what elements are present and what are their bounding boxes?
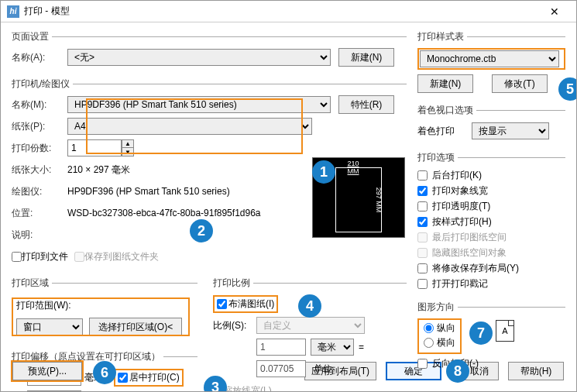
vp-legend: 着色视口选项 — [417, 104, 476, 117]
opt-last-label: 最后打印图纸空间 — [432, 231, 507, 244]
preview-button[interactable]: 预览(P)... — [12, 362, 82, 380]
reverse-checkbox[interactable] — [417, 359, 428, 369]
portrait-label: 纵向 — [437, 322, 455, 335]
opt-bg-label: 后台打印(K) — [432, 169, 482, 182]
vp-group: 着色视口选项 着色打印 按显示 — [417, 104, 565, 146]
window-title: 打印 - 模型 — [24, 5, 539, 18]
opt-bg-checkbox[interactable] — [417, 170, 428, 181]
page-setup-group: 页面设置 名称(A): <无> 新建(N) — [12, 30, 407, 73]
orient-group: 图形方向 纵向 横向 7 A 反向打印(-) — [417, 301, 565, 376]
portrait-radio[interactable] — [424, 323, 434, 333]
highlight-box-1 — [86, 98, 303, 154]
highlight-box-orient: 纵向 横向 — [417, 318, 462, 354]
factor-input — [256, 360, 306, 377]
vp-label: 着色打印 — [417, 125, 472, 138]
save-layout-label: 保存到图纸文件夹 — [84, 250, 159, 263]
preview-height-label: 297 MM — [376, 187, 383, 213]
plotter-value: HP9DF396 (HP Smart Tank 510 series) — [67, 186, 230, 197]
print-to-file-label: 打印到文件 — [22, 250, 68, 263]
opt-lw-checkbox[interactable] — [417, 186, 428, 196]
printer-props-button[interactable]: 特性(R) — [338, 95, 394, 114]
options-group: 打印选项 后台打印(K) 打印对象线宽 打印透明度(T) 按样式打印(H) 最后… — [417, 151, 565, 296]
location-value: WSD-bc327308-ebca-47fc-80ba-91f895f1d96a — [67, 208, 261, 218]
paper-size-label: 纸张大小: — [12, 163, 67, 177]
print-to-file-checkbox[interactable] — [12, 252, 22, 262]
badge-5: 5 — [558, 77, 577, 101]
copies-label: 打印份数: — [12, 142, 67, 155]
equals: = — [359, 342, 364, 352]
opt-save-checkbox[interactable] — [417, 263, 428, 273]
badge-7: 7 — [469, 322, 493, 345]
landscape-radio[interactable] — [424, 338, 434, 348]
opt-last-checkbox — [417, 232, 428, 242]
opt-styles-checkbox[interactable] — [417, 217, 428, 227]
opt-hide-label: 隐藏图纸空间对象 — [432, 246, 507, 260]
badge-6: 6 — [93, 361, 116, 384]
opt-trans-checkbox[interactable] — [417, 201, 428, 211]
unit-num-input — [256, 339, 306, 356]
page-orientation-icon: A — [496, 320, 514, 342]
landscape-label: 横向 — [437, 336, 455, 349]
print-area-legend: 打印区域 — [12, 277, 52, 290]
page-new-button[interactable]: 新建(N) — [338, 48, 394, 67]
style-select[interactable]: Monochrome.ctb — [420, 50, 559, 67]
opt-styles-label: 按样式打印(H) — [432, 215, 492, 229]
unit-label: 单位 — [314, 363, 332, 376]
scale-legend: 打印比例 — [213, 277, 253, 290]
ratio-label: 比例(S): — [213, 319, 256, 332]
preview-width-label: 210 MM — [348, 160, 370, 175]
plotter-label: 绘图仪: — [12, 185, 67, 198]
opt-stamp-checkbox[interactable] — [417, 279, 428, 289]
scale-group: 打印比例 布满图纸(I) 比例(S): 自定义 — [213, 277, 407, 392]
badge-2: 2 — [190, 219, 213, 242]
fit-checkbox[interactable] — [217, 299, 227, 309]
ratio-select: 自定义 — [256, 317, 365, 334]
opt-hide-checkbox — [417, 248, 428, 258]
close-button[interactable]: ✕ — [539, 1, 570, 22]
scale-lw-label: 缩放线宽(L) — [223, 384, 272, 393]
opt-trans-label: 打印透明度(T) — [432, 200, 490, 213]
opt-stamp-label: 打开打印戳记 — [432, 277, 488, 291]
paper-size-value: 210 × 297 毫米 — [67, 163, 130, 177]
options-legend: 打印选项 — [417, 151, 458, 164]
printer-legend: 打印机/绘图仪 — [12, 77, 73, 91]
badge-8: 8 — [446, 359, 469, 383]
page-setup-legend: 页面设置 — [12, 30, 52, 43]
vp-select[interactable]: 按显示 — [472, 122, 549, 139]
save-layout-checkbox — [74, 252, 84, 262]
location-label: 位置: — [12, 207, 67, 220]
opt-lw-label: 打印对象线宽 — [432, 184, 488, 198]
print-area-group: 打印区域 打印范围(W): 窗口 选择打印区域(O)< — [12, 277, 197, 344]
style-new-button[interactable]: 新建(N) — [417, 74, 473, 93]
page-name-select[interactable]: <无> — [67, 49, 331, 66]
style-legend: 打印样式表 — [417, 30, 467, 43]
badge-4: 4 — [298, 294, 321, 318]
app-icon: hi — [7, 5, 19, 18]
style-modify-button[interactable]: 修改(T) — [492, 74, 548, 93]
page-name-label: 名称(A): — [12, 51, 67, 64]
titlebar: hi 打印 - 模型 ✕ — [1, 1, 576, 22]
highlight-box-area — [12, 297, 190, 336]
center-label: 居中打印(C) — [129, 371, 180, 384]
orient-legend: 图形方向 — [417, 301, 458, 314]
badge-1: 1 — [312, 160, 335, 184]
desc-label: 说明: — [12, 229, 67, 242]
center-checkbox[interactable] — [118, 373, 128, 383]
style-group: 打印样式表 Monochrome.ctb 新建(N) 修改(T) 5 — [417, 30, 565, 99]
unit-select[interactable]: 毫米 — [311, 339, 354, 356]
printer-name-label: 名称(M): — [12, 98, 67, 112]
paper-label: 纸张(P): — [12, 120, 67, 133]
opt-save-label: 将修改保存到布局(Y) — [432, 262, 519, 275]
fit-label: 布满图纸(I) — [228, 297, 274, 311]
